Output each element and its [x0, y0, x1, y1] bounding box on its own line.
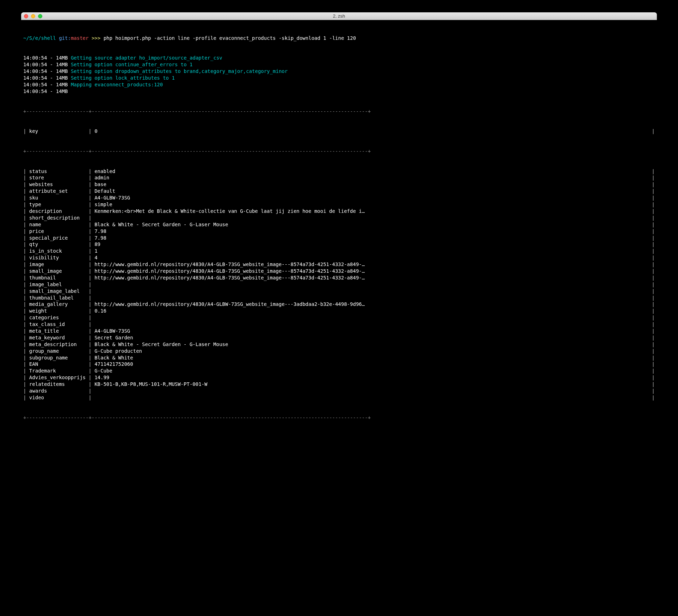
cell-value: 7.98	[94, 235, 649, 241]
table-row: | short_description | |	[23, 215, 655, 221]
table-row: | small_image_label | |	[23, 288, 655, 295]
table-row: | visibility | 4 |	[23, 254, 655, 261]
table-row: | meta_keyword | Secret Garden |	[23, 334, 655, 341]
cell-key: Trademark	[29, 368, 86, 374]
cell-value	[94, 288, 649, 295]
cell-value: Default	[94, 188, 649, 195]
cell-key: video	[29, 394, 86, 401]
cell-value	[94, 295, 649, 301]
log-timestamp: 14:00:54 - 14MB	[23, 75, 68, 81]
cell-value: enabled	[94, 168, 649, 175]
table-row: | thumbnail_label | |	[23, 295, 655, 301]
cell-key: image_label	[29, 281, 86, 288]
cell-key: meta_keyword	[29, 334, 86, 341]
cell-key: store	[29, 174, 86, 181]
cell-key: short_description	[29, 215, 86, 221]
close-icon[interactable]	[24, 14, 28, 18]
cell-key: meta_title	[29, 328, 86, 334]
cell-key: meta_description	[29, 341, 86, 348]
table-row: | video | |	[23, 394, 655, 401]
cell-value: http://www.gembird.nl/repository/4830/A4…	[94, 261, 649, 268]
cell-value: 89	[94, 241, 649, 248]
table-row: | meta_description | Black & White - Sec…	[23, 341, 655, 348]
cell-key: qty	[29, 241, 86, 248]
window-title: 2. zsh	[21, 13, 657, 19]
table-header-row: | key | 0 |	[23, 128, 655, 135]
table-row: | description | Kenmerken:<br>Met de Bla…	[23, 208, 655, 215]
cell-value: G-Cube	[94, 368, 649, 374]
table-row: | type | simple |	[23, 201, 655, 208]
cell-value	[94, 321, 649, 328]
cell-key: thumbnail_label	[29, 295, 86, 301]
cell-value: Black & White	[94, 355, 649, 361]
cell-key: websites	[29, 181, 86, 188]
cell-value: Secret Garden	[94, 334, 649, 341]
log-message: Getting source adapter ho_import/source_…	[71, 55, 222, 61]
cell-key: EAN	[29, 361, 86, 368]
cell-key: weight	[29, 308, 86, 314]
cell-value	[94, 388, 649, 394]
minimize-icon[interactable]	[31, 14, 35, 18]
cell-key: categories	[29, 314, 86, 321]
table-row: | special_price | 7.98 |	[23, 235, 655, 241]
cell-value: G-Cube producten	[94, 348, 649, 355]
table-row: | Advies_verkoopprijs | 14.99 |	[23, 374, 655, 381]
cell-value: 14.99	[94, 374, 649, 381]
log-message: Setting option dropdown_attributes to br…	[71, 68, 288, 74]
cell-key: is_in_stock	[29, 248, 86, 254]
cell-value: 4711421752060	[94, 361, 649, 368]
cell-value	[94, 314, 649, 321]
table-divider-bottom: +---------------------+-----------------…	[23, 414, 655, 421]
table-row: | weight | 0.16 |	[23, 308, 655, 314]
log-timestamp: 14:00:54 - 14MB	[23, 68, 68, 74]
cell-value: Kenmerken:<br>Met de Black & White-colle…	[94, 208, 649, 215]
log-line: 14:00:54 - 14MB Setting option continue_…	[23, 61, 655, 68]
table-row: | meta_title | A4-GLBW-73SG |	[23, 328, 655, 334]
log-line: 14:00:54 - 14MB Mapping evaconnect_produ…	[23, 81, 655, 88]
cell-value: 1	[94, 248, 649, 254]
maximize-icon[interactable]	[38, 14, 42, 18]
table-row: | name | Black & White - Secret Garden -…	[23, 221, 655, 228]
table-row: | qty | 89 |	[23, 241, 655, 248]
log-timestamp: 14:00:54 - 14MB	[23, 55, 68, 61]
table-row: | relateditems | KB-501-B,KB-P8,MUS-101-…	[23, 381, 655, 388]
table-row: | sku | A4-GLBW-73SG |	[23, 195, 655, 201]
log-timestamp: 14:00:54 - 14MB	[23, 62, 68, 67]
cell-key: media_gallery	[29, 301, 86, 308]
cell-value: 7.98	[94, 228, 649, 235]
cell-key: special_price	[29, 235, 86, 241]
log-line: 14:00:54 - 14MB Setting option lock_attr…	[23, 75, 655, 81]
cell-key: awards	[29, 388, 86, 394]
terminal-content[interactable]: ~/S/e/shell git:master >>> php hoimport.…	[21, 20, 657, 436]
cell-value: admin	[94, 174, 649, 181]
cell-key: type	[29, 201, 86, 208]
log-timestamp: 14:00:54 - 14MB	[23, 88, 68, 94]
table-divider-mid: +---------------------+-----------------…	[23, 148, 655, 155]
cell-value: http://www.gembird.nl/repository/4830/A4…	[94, 275, 649, 281]
cell-value: KB-501-B,KB-P8,MUS-101-R,MUSW-PT-001-W	[94, 381, 649, 388]
cell-value: http://www.gembird.nl/repository/4830/A4…	[94, 301, 649, 308]
cell-key: thumbnail	[29, 275, 86, 281]
title-bar[interactable]: 2. zsh	[21, 12, 657, 20]
cell-value: simple	[94, 201, 649, 208]
table-row: | categories | |	[23, 314, 655, 321]
log-line: 14:00:54 - 14MB Getting source adapter h…	[23, 55, 655, 61]
terminal-window: 2. zsh ~/S/e/shell git:master >>> php ho…	[21, 12, 657, 436]
table-row: | tax_class_id | |	[23, 321, 655, 328]
prompt-git-label: git:	[59, 35, 71, 41]
log-message: Mapping evaconnect_products:120	[71, 82, 163, 87]
cell-key: name	[29, 221, 86, 228]
cell-value: A4-GLBW-73SG	[94, 195, 649, 201]
cell-value: 4	[94, 254, 649, 261]
cell-value: A4-GLBW-73SG	[94, 328, 649, 334]
table-row: | image | http://www.gembird.nl/reposito…	[23, 261, 655, 268]
prompt-arrows: >>>	[92, 35, 100, 41]
table-row: | group_name | G-Cube producten |	[23, 348, 655, 355]
cell-key: image	[29, 261, 86, 268]
cell-value: 0.16	[94, 308, 649, 314]
table-row: | status | enabled |	[23, 168, 655, 175]
cell-key: price	[29, 228, 86, 235]
cell-value	[94, 394, 649, 401]
cell-key: sku	[29, 195, 86, 201]
cell-key: relateditems	[29, 381, 86, 388]
